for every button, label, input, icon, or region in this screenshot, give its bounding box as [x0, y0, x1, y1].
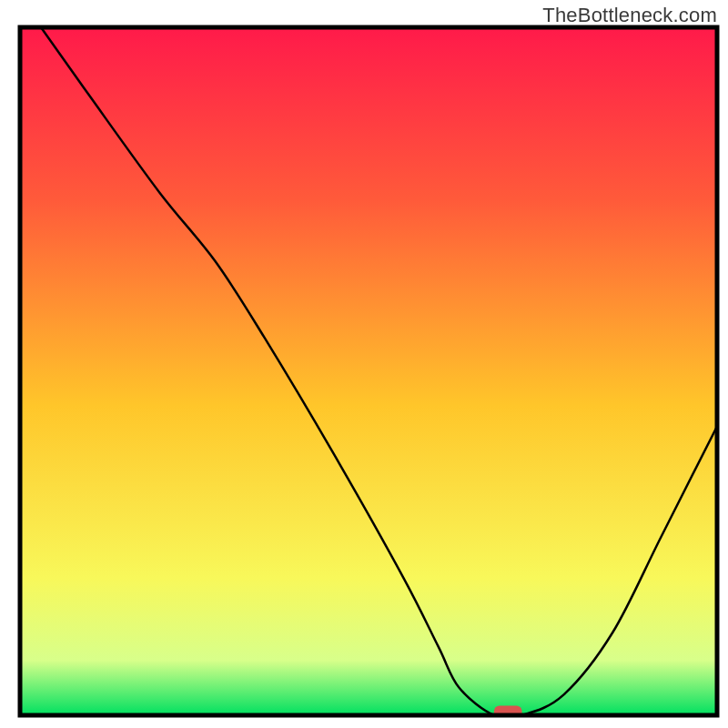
gradient-background [20, 27, 717, 715]
chart-canvas [0, 0, 728, 728]
watermark-text: TheBottleneck.com [542, 4, 717, 27]
bottleneck-chart: TheBottleneck.com [0, 0, 728, 728]
